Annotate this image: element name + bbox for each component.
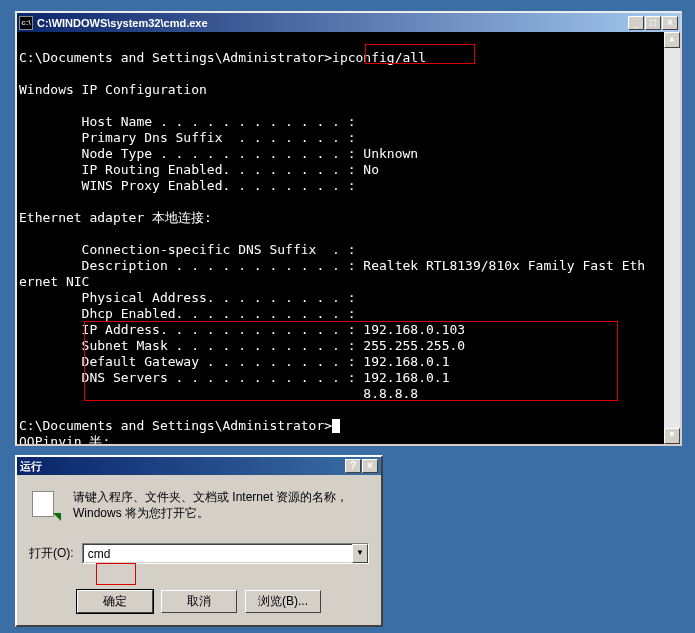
scroll-up-button[interactable]: ▲ [664,32,680,48]
cmd-line: Subnet Mask . . . . . . . . . . . : 255.… [19,338,465,353]
cursor-icon [332,419,340,433]
cmd-line: Default Gateway . . . . . . . . . : 192.… [19,354,449,369]
cmd-line: Primary Dns Suffix . . . . . . . : [19,130,356,145]
cmd-line: DNS Servers . . . . . . . . . . . : 192.… [19,370,449,385]
run-icon [29,489,61,521]
open-combobox[interactable]: ▼ [82,543,369,564]
cmd-line: Connection-specific DNS Suffix . : [19,242,356,257]
ime-status: QQPinyin 半: [19,434,110,444]
cmd-line: IP Address. . . . . . . . . . . . : 192.… [19,322,465,337]
cmd-window: c:\ C:\WINDOWS\system32\cmd.exe _ □ × C:… [15,11,682,446]
maximize-button[interactable]: □ [645,16,661,30]
cmd-line: 8.8.8.8 [19,386,418,401]
run-description: 请键入程序、文件夹、文档或 Internet 资源的名称，Windows 将为您… [73,489,369,521]
scrollbar[interactable]: ▲ ▼ [664,32,680,444]
run-dialog: 运行 ? × 请键入程序、文件夹、文档或 Internet 资源的名称，Wind… [15,455,383,627]
scroll-down-button[interactable]: ▼ [664,428,680,444]
cmd-line: Description . . . . . . . . . . . : Real… [19,258,645,273]
cmd-line: Physical Address. . . . . . . . . : [19,290,356,305]
minimize-button[interactable]: _ [628,16,644,30]
cmd-title: C:\WINDOWS\system32\cmd.exe [37,17,627,29]
browse-button[interactable]: 浏览(B)... [245,590,321,613]
cmd-titlebar: c:\ C:\WINDOWS\system32\cmd.exe _ □ × [17,13,680,32]
run-title: 运行 [20,459,42,474]
cancel-button[interactable]: 取消 [161,590,237,613]
close-button[interactable]: × [662,16,678,30]
scroll-track[interactable] [664,48,680,428]
run-body: 请键入程序、文件夹、文档或 Internet 资源的名称，Windows 将为您… [17,475,381,625]
open-input[interactable] [83,544,352,563]
cmd-line: Dhcp Enabled. . . . . . . . . . . : [19,306,356,321]
open-label: 打开(O): [29,545,74,562]
cmd-line: C:\Documents and Settings\Administrator>… [19,50,426,65]
highlight-cmd-input [96,563,136,585]
help-button[interactable]: ? [345,459,361,473]
close-button[interactable]: × [362,459,378,473]
cmd-line: WINS Proxy Enabled. . . . . . . . : [19,178,356,193]
cmd-line: Ethernet adapter 本地连接: [19,210,212,225]
cmd-line: Host Name . . . . . . . . . . . . : [19,114,356,129]
cmd-line: Node Type . . . . . . . . . . . . : Unkn… [19,146,418,161]
cmd-line: Windows IP Configuration [19,82,207,97]
cmd-output: C:\Documents and Settings\Administrator>… [17,32,680,444]
ok-button[interactable]: 确定 [77,590,153,613]
cmd-prompt[interactable]: C:\Documents and Settings\Administrator> [19,418,332,433]
cmd-icon: c:\ [19,16,33,30]
dropdown-button[interactable]: ▼ [352,544,368,563]
run-titlebar: 运行 ? × [17,457,381,475]
cmd-line: ernet NIC [19,274,89,289]
cmd-line: IP Routing Enabled. . . . . . . . : No [19,162,379,177]
